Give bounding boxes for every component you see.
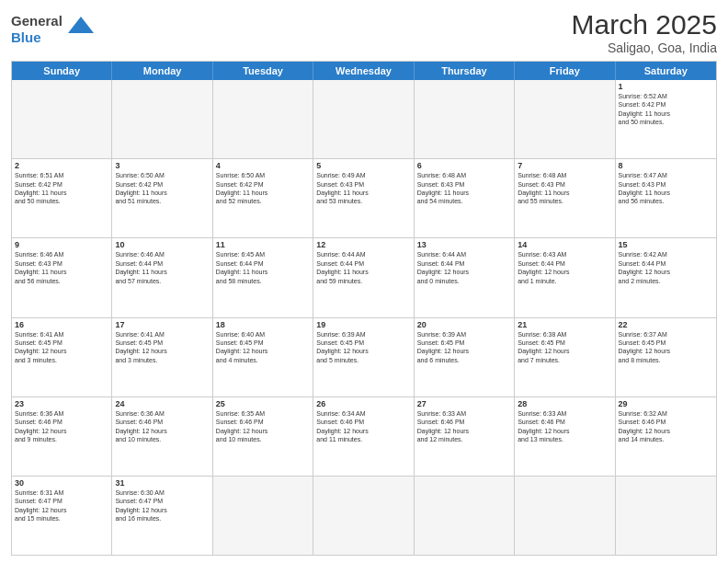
- day-cell-19: 19Sunrise: 6:39 AM Sunset: 6:45 PM Dayli…: [313, 318, 414, 396]
- day-number: 31: [115, 478, 209, 488]
- day-number: 20: [417, 320, 511, 329]
- day-number: 27: [417, 399, 511, 408]
- day-number: 17: [115, 320, 209, 329]
- day-info: Sunrise: 6:31 AM Sunset: 6:47 PM Dayligh…: [15, 488, 108, 523]
- day-number: 4: [216, 161, 310, 170]
- day-number: 13: [417, 240, 511, 249]
- day-number: 22: [619, 320, 713, 329]
- day-info: Sunrise: 6:37 AM Sunset: 6:45 PM Dayligh…: [619, 330, 713, 365]
- empty-cell-r0c2: [213, 80, 313, 158]
- day-cell-27: 27Sunrise: 6:33 AM Sunset: 6:46 PM Dayli…: [415, 397, 515, 476]
- day-info: Sunrise: 6:35 AM Sunset: 6:46 PM Dayligh…: [216, 409, 310, 444]
- day-cell-22: 22Sunrise: 6:37 AM Sunset: 6:45 PM Dayli…: [616, 318, 716, 396]
- day-number: 12: [316, 240, 410, 249]
- empty-cell-r0c1: [112, 80, 212, 158]
- empty-cell-r5c3: [313, 477, 414, 555]
- day-number: 10: [115, 240, 209, 249]
- day-info: Sunrise: 6:48 AM Sunset: 6:43 PM Dayligh…: [417, 171, 511, 206]
- day-cell-3: 3Sunrise: 6:50 AM Sunset: 6:42 PM Daylig…: [112, 159, 212, 237]
- empty-cell-r0c3: [313, 80, 414, 158]
- header: General Blue March 2025 Saligao, Goa, In…: [11, 9, 717, 55]
- day-number: 25: [216, 399, 310, 408]
- day-number: 8: [619, 161, 713, 170]
- day-number: 7: [518, 161, 611, 170]
- day-cell-10: 10Sunrise: 6:46 AM Sunset: 6:44 PM Dayli…: [112, 238, 212, 316]
- day-info: Sunrise: 6:36 AM Sunset: 6:46 PM Dayligh…: [115, 409, 209, 444]
- weekday-header-tuesday: Tuesday: [213, 62, 313, 80]
- day-number: 1: [619, 82, 713, 91]
- svg-text:General: General: [11, 13, 63, 29]
- day-number: 19: [316, 320, 410, 329]
- day-info: Sunrise: 6:46 AM Sunset: 6:44 PM Dayligh…: [115, 250, 209, 285]
- day-cell-1: 1Sunrise: 6:52 AM Sunset: 6:42 PM Daylig…: [616, 80, 716, 158]
- day-info: Sunrise: 6:45 AM Sunset: 6:44 PM Dayligh…: [216, 250, 310, 285]
- weekday-header-thursday: Thursday: [415, 62, 515, 80]
- day-cell-11: 11Sunrise: 6:45 AM Sunset: 6:44 PM Dayli…: [213, 238, 313, 316]
- day-number: 14: [518, 240, 611, 249]
- day-cell-26: 26Sunrise: 6:34 AM Sunset: 6:46 PM Dayli…: [313, 397, 414, 476]
- day-cell-4: 4Sunrise: 6:50 AM Sunset: 6:42 PM Daylig…: [213, 159, 313, 237]
- weekday-header-saturday: Saturday: [616, 62, 716, 80]
- day-cell-20: 20Sunrise: 6:39 AM Sunset: 6:45 PM Dayli…: [415, 318, 515, 396]
- day-cell-9: 9Sunrise: 6:46 AM Sunset: 6:43 PM Daylig…: [12, 238, 112, 316]
- day-info: Sunrise: 6:30 AM Sunset: 6:47 PM Dayligh…: [115, 488, 209, 523]
- day-number: 11: [216, 240, 310, 249]
- calendar: SundayMondayTuesdayWednesdayThursdayFrid…: [11, 61, 717, 556]
- day-cell-28: 28Sunrise: 6:33 AM Sunset: 6:46 PM Dayli…: [515, 397, 615, 476]
- day-cell-15: 15Sunrise: 6:42 AM Sunset: 6:44 PM Dayli…: [616, 238, 716, 316]
- weekday-header-wednesday: Wednesday: [313, 62, 414, 80]
- day-number: 28: [518, 399, 611, 408]
- day-number: 9: [15, 240, 108, 249]
- day-number: 5: [316, 161, 410, 170]
- empty-cell-r0c0: [12, 80, 112, 158]
- empty-cell-r5c5: [515, 477, 615, 555]
- day-info: Sunrise: 6:32 AM Sunset: 6:46 PM Dayligh…: [619, 409, 713, 444]
- day-cell-2: 2Sunrise: 6:51 AM Sunset: 6:42 PM Daylig…: [12, 159, 112, 237]
- empty-cell-r5c4: [415, 477, 515, 555]
- empty-cell-r5c6: [616, 477, 716, 555]
- day-info: Sunrise: 6:41 AM Sunset: 6:45 PM Dayligh…: [15, 330, 108, 365]
- day-cell-25: 25Sunrise: 6:35 AM Sunset: 6:46 PM Dayli…: [213, 397, 313, 476]
- day-cell-7: 7Sunrise: 6:48 AM Sunset: 6:43 PM Daylig…: [515, 159, 615, 237]
- day-number: 21: [518, 320, 611, 329]
- day-info: Sunrise: 6:36 AM Sunset: 6:46 PM Dayligh…: [15, 409, 108, 444]
- day-info: Sunrise: 6:33 AM Sunset: 6:46 PM Dayligh…: [417, 409, 511, 444]
- page: General Blue March 2025 Saligao, Goa, In…: [0, 0, 728, 563]
- title-block: March 2025 Saligao, Goa, India: [572, 9, 717, 55]
- weekday-header-friday: Friday: [515, 62, 615, 80]
- day-cell-29: 29Sunrise: 6:32 AM Sunset: 6:46 PM Dayli…: [616, 397, 716, 476]
- day-info: Sunrise: 6:44 AM Sunset: 6:44 PM Dayligh…: [316, 250, 410, 285]
- day-info: Sunrise: 6:34 AM Sunset: 6:46 PM Dayligh…: [316, 409, 410, 444]
- day-info: Sunrise: 6:49 AM Sunset: 6:43 PM Dayligh…: [316, 171, 410, 206]
- day-cell-31: 31Sunrise: 6:30 AM Sunset: 6:47 PM Dayli…: [112, 477, 212, 555]
- day-info: Sunrise: 6:52 AM Sunset: 6:42 PM Dayligh…: [619, 92, 713, 127]
- day-info: Sunrise: 6:46 AM Sunset: 6:43 PM Dayligh…: [15, 250, 108, 285]
- day-cell-6: 6Sunrise: 6:48 AM Sunset: 6:43 PM Daylig…: [415, 159, 515, 237]
- day-cell-13: 13Sunrise: 6:44 AM Sunset: 6:44 PM Dayli…: [415, 238, 515, 316]
- day-number: 18: [216, 320, 310, 329]
- day-info: Sunrise: 6:33 AM Sunset: 6:46 PM Dayligh…: [518, 409, 611, 444]
- month-title: March 2025: [572, 9, 717, 40]
- day-info: Sunrise: 6:41 AM Sunset: 6:45 PM Dayligh…: [115, 330, 209, 365]
- day-info: Sunrise: 6:39 AM Sunset: 6:45 PM Dayligh…: [316, 330, 410, 365]
- empty-cell-r0c5: [515, 80, 615, 158]
- calendar-header: SundayMondayTuesdayWednesdayThursdayFrid…: [12, 62, 716, 80]
- calendar-row-6: 30Sunrise: 6:31 AM Sunset: 6:47 PM Dayli…: [12, 476, 716, 555]
- day-number: 3: [115, 161, 209, 170]
- day-cell-14: 14Sunrise: 6:43 AM Sunset: 6:44 PM Dayli…: [515, 238, 615, 316]
- logo: General Blue: [11, 9, 94, 50]
- weekday-header-monday: Monday: [112, 62, 212, 80]
- generalblue-logo: General Blue: [11, 9, 94, 50]
- day-number: 29: [619, 399, 713, 408]
- day-number: 26: [316, 399, 410, 408]
- day-info: Sunrise: 6:43 AM Sunset: 6:44 PM Dayligh…: [518, 250, 611, 285]
- calendar-row-2: 2Sunrise: 6:51 AM Sunset: 6:42 PM Daylig…: [12, 158, 716, 237]
- day-cell-12: 12Sunrise: 6:44 AM Sunset: 6:44 PM Dayli…: [313, 238, 414, 316]
- day-number: 30: [15, 478, 108, 488]
- calendar-row-5: 23Sunrise: 6:36 AM Sunset: 6:46 PM Dayli…: [12, 396, 716, 476]
- day-info: Sunrise: 6:50 AM Sunset: 6:42 PM Dayligh…: [216, 171, 310, 206]
- day-cell-23: 23Sunrise: 6:36 AM Sunset: 6:46 PM Dayli…: [12, 397, 112, 476]
- day-cell-18: 18Sunrise: 6:40 AM Sunset: 6:45 PM Dayli…: [213, 318, 313, 396]
- calendar-row-3: 9Sunrise: 6:46 AM Sunset: 6:43 PM Daylig…: [12, 237, 716, 316]
- day-info: Sunrise: 6:50 AM Sunset: 6:42 PM Dayligh…: [115, 171, 209, 206]
